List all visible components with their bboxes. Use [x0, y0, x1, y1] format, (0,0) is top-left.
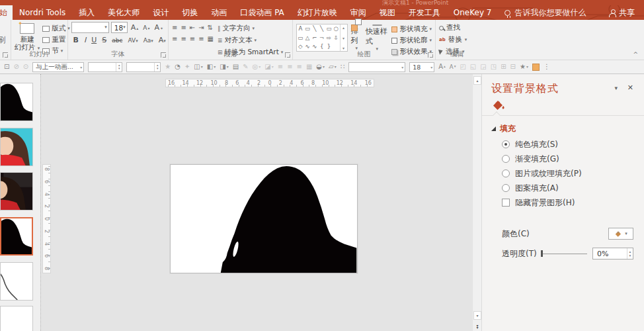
slide-canvas[interactable] — [170, 164, 358, 273]
scroll-down-button[interactable]: ▾ — [473, 311, 481, 320]
radio-indicator[interactable] — [502, 184, 510, 192]
spin-down-icon[interactable]: ▾ — [629, 254, 631, 258]
tab-美化大师[interactable]: 美化大师 — [101, 5, 146, 20]
slide-thumbnail-4-selected[interactable] — [0, 217, 33, 256]
shape-option-13[interactable]: ∿ — [305, 44, 310, 50]
new-slide-button[interactable]: ✦ 新建 幻灯片 ▾ — [15, 22, 40, 51]
shape-option-7[interactable]: △ — [305, 35, 310, 41]
slideshow-icon[interactable]: ⊡ — [4, 64, 9, 70]
shape-option-5[interactable]: ○ — [333, 26, 338, 32]
slide-thumbnail-3[interactable] — [0, 172, 33, 211]
color-picker-button[interactable]: ▾ — [608, 228, 633, 240]
layout-button[interactable]: 版式▾ — [42, 24, 70, 33]
align-center-icon[interactable]: ≡ — [287, 64, 292, 70]
next-slide-button[interactable]: ▾▾ — [473, 322, 481, 330]
vertical-scrollbar[interactable]: ▴ ▾ ▾▾ — [472, 74, 481, 331]
flip-picture-icon[interactable]: ◪▾ — [264, 64, 273, 70]
collapse-ribbon-button[interactable]: ^ — [633, 51, 638, 58]
vertical-ruler[interactable]: 864202468 — [42, 164, 51, 273]
paragraph-dialog-launcher[interactable] — [285, 52, 290, 58]
paragraph-icon-1-2[interactable]: ⇤ — [190, 24, 195, 31]
paragraph-icon-1-3[interactable]: ⇥ — [198, 24, 204, 31]
slide-thumbnail-5[interactable] — [0, 262, 33, 301]
radio-option-3[interactable]: 图案填充(A) — [502, 183, 637, 193]
shape-option-2[interactable]: ╲ — [313, 26, 316, 32]
radio-option-1[interactable]: 渐变填充(G) — [502, 154, 637, 164]
radio-option-2[interactable]: 图片或纹理填充(P) — [502, 168, 637, 179]
tab-切换[interactable]: 切换 — [175, 5, 204, 20]
add-animation-icon[interactable]: ✦ — [184, 64, 190, 70]
paragraph-icon-2-2[interactable]: ≡ — [190, 35, 195, 42]
format-painter-partial[interactable]: 刷 — [0, 34, 5, 46]
animation-painter-icon[interactable]: ◔ — [175, 64, 181, 70]
panel-close-button[interactable]: ✕ — [627, 83, 633, 92]
fill-tab-bucket-icon[interactable] — [491, 99, 506, 113]
paragraph-icon-2-0[interactable]: ≡ — [172, 35, 177, 42]
hyperlink-icon[interactable]: ⊘ — [13, 64, 19, 70]
clear-formatting-button[interactable]: A✦ — [153, 23, 165, 32]
panel-menu-caret[interactable]: ▾ — [614, 85, 618, 91]
shape-option-9[interactable]: ¬ — [319, 35, 324, 41]
animation-duration-spinner[interactable]: ▴▾ — [88, 62, 122, 72]
qat-font-size-combo[interactable]: 18▾ — [409, 62, 434, 72]
tab-开发工具[interactable]: 开发工具 — [402, 5, 447, 20]
shape-option-8[interactable]: ⌐ — [312, 35, 317, 41]
tab-视图[interactable]: 视图 — [373, 5, 402, 20]
drawing-dialog-launcher[interactable] — [428, 52, 433, 58]
reset-button[interactable]: 重置 — [42, 35, 70, 44]
shape-styles-star-icon[interactable]: ★▾ — [520, 64, 528, 70]
shape-option-0[interactable]: A — [298, 26, 302, 32]
shape-option-1[interactable]: ▭ — [305, 26, 310, 32]
shape-option-10[interactable]: ⇨ — [327, 35, 331, 41]
align-text-button[interactable]: ≣ 对齐文本▾ — [218, 36, 283, 45]
quick-styles-button[interactable]: 快速样式▾ — [366, 22, 389, 51]
fill-section-header[interactable]: 填充 — [491, 123, 516, 134]
horizontal-ruler[interactable]: 1614121086420246810121416 — [165, 79, 374, 87]
checkbox-indicator[interactable] — [502, 199, 510, 207]
shape-option-6[interactable]: ▭ — [298, 35, 303, 41]
radio-indicator[interactable] — [502, 155, 510, 163]
shape-option-14[interactable]: ∿ — [312, 44, 317, 50]
shape-fill-button[interactable]: 形状填充▾ — [391, 24, 432, 34]
change-case-button[interactable]: Aa▾ — [141, 37, 155, 44]
tab-审阅[interactable]: 审阅 — [344, 5, 373, 20]
tab-口袋动画 PA[interactable]: 口袋动画 PA — [233, 5, 291, 20]
checkbox-option-4[interactable]: 隐藏背景图形(H) — [502, 197, 637, 208]
distribute-objects-icon[interactable]: ◳ — [491, 64, 497, 70]
character-spacing-button[interactable]: AV▾ — [126, 37, 140, 44]
radio-indicator[interactable] — [502, 169, 510, 177]
animation-delay-spinner[interactable]: ▴▾ — [126, 62, 161, 72]
paragraph-icon-1-0[interactable]: ≡ — [172, 24, 177, 31]
tell-me-search[interactable]: 告诉我你想要做什么 — [498, 5, 592, 20]
clipboard-dialog-launcher[interactable] — [3, 52, 8, 58]
slide-thumbnail-6[interactable] — [0, 306, 33, 331]
fragment-shapes-icon[interactable]: ◨▾ — [220, 64, 228, 70]
transparency-spinner[interactable]: 0% ▴▾ — [592, 248, 633, 260]
tab-动画[interactable]: 动画 — [204, 5, 233, 20]
text-shadow-button[interactable]: abc — [110, 37, 124, 44]
tab-插入[interactable]: 插入 — [72, 5, 101, 20]
transparency-slider[interactable] — [541, 250, 587, 257]
shape-option-15[interactable]: { — [320, 44, 323, 50]
arrange-button[interactable]: 排列▾ — [351, 22, 362, 51]
strikethrough-button[interactable]: S — [101, 36, 108, 44]
shape-outline-button[interactable]: 形状轮廓▾ — [391, 36, 432, 45]
animation-trigger-combo[interactable]: 与上一动画...▾ — [32, 62, 84, 72]
animation-pane-icon[interactable]: ◫▾ — [194, 64, 202, 70]
paragraph-icon-1-4[interactable]: ⇅ — [208, 24, 213, 31]
find-button[interactable]: 查找 — [439, 23, 475, 32]
shrink-font-icon[interactable]: A▾ — [450, 64, 456, 70]
shape-option-12[interactable]: ◇ — [298, 44, 303, 50]
tab-Nordri Tools[interactable]: Nordri Tools — [13, 5, 72, 20]
group-objects-icon[interactable]: ⊞ — [501, 64, 506, 70]
gallery-scroll-up[interactable]: ▴ — [342, 25, 344, 30]
shrink-font-button[interactable]: A▾ — [141, 24, 151, 31]
copy-style-icon[interactable]: ▤ — [233, 64, 239, 70]
shape-option-11[interactable]: ⇩ — [334, 35, 339, 41]
format-painter-icon[interactable]: ✎ — [243, 64, 248, 70]
send-backward-icon[interactable]: ◱ — [470, 64, 476, 70]
align-right-icon[interactable]: ≡ — [297, 64, 302, 70]
shape-fill-color-icon[interactable]: ◒▾ — [316, 64, 325, 70]
shape-option-16[interactable]: } — [327, 44, 331, 50]
tab-OneKey 7[interactable]: OneKey 7 — [447, 5, 499, 20]
